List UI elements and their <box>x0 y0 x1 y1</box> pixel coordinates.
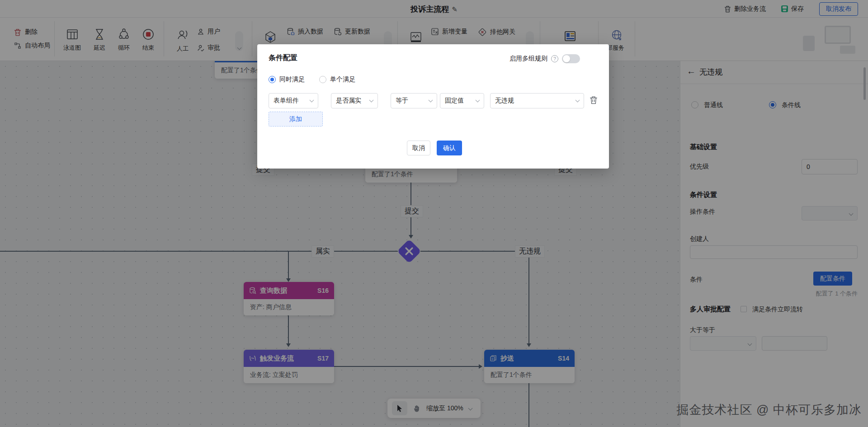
multi-rule-toggle[interactable] <box>562 54 580 63</box>
cancel-button[interactable]: 取消 <box>407 141 430 155</box>
match-any-radio[interactable]: 单个满足 <box>319 75 355 84</box>
radio-selected-icon <box>269 76 276 83</box>
multi-rule-label: 启用多组规则 <box>509 55 547 63</box>
value-select[interactable]: 无违规 <box>490 93 584 108</box>
chevron-down-icon <box>429 98 433 103</box>
chevron-down-icon <box>310 98 314 103</box>
select-value: 等于 <box>396 97 408 105</box>
chevron-down-icon <box>476 98 480 103</box>
confirm-button[interactable]: 确认 <box>437 141 462 155</box>
trash-icon <box>590 96 598 104</box>
condition-config-modal: 条件配置 启用多组规则 ? 同时满足 单个满足 表单组件 是否属实 等于 固 <box>257 44 609 169</box>
workflow-editor-screen: 投诉主流程✎ 删除业务流 保存 取消发布 删除 自动布局 <box>0 0 868 427</box>
radio-icon <box>319 76 326 83</box>
chevron-down-icon <box>369 98 374 103</box>
match-all-radio[interactable]: 同时满足 <box>269 75 305 84</box>
select-value: 表单组件 <box>274 97 299 105</box>
field-source-select[interactable]: 表单组件 <box>269 93 318 108</box>
select-value: 固定值 <box>445 97 464 105</box>
select-value: 是否属实 <box>336 97 361 105</box>
modal-title: 条件配置 <box>269 53 297 63</box>
match-any-label: 单个满足 <box>330 75 355 84</box>
toggle-knob <box>563 55 570 62</box>
operator-select[interactable]: 等于 <box>391 93 437 108</box>
select-value: 无违规 <box>495 97 514 105</box>
help-icon[interactable]: ? <box>551 55 558 62</box>
watermark: 掘金技术社区 @ 中杯可乐多加冰 <box>677 402 862 418</box>
delete-condition-button[interactable] <box>590 96 598 104</box>
match-mode-radios: 同时满足 单个满足 <box>269 75 355 84</box>
field-name-select[interactable]: 是否属实 <box>331 93 378 108</box>
value-type-select[interactable]: 固定值 <box>440 93 484 108</box>
multi-rule-control: 启用多组规则 ? <box>509 54 580 63</box>
chevron-down-icon <box>576 98 580 103</box>
match-all-label: 同时满足 <box>279 75 305 84</box>
add-condition-button[interactable]: 添加 <box>269 112 323 127</box>
